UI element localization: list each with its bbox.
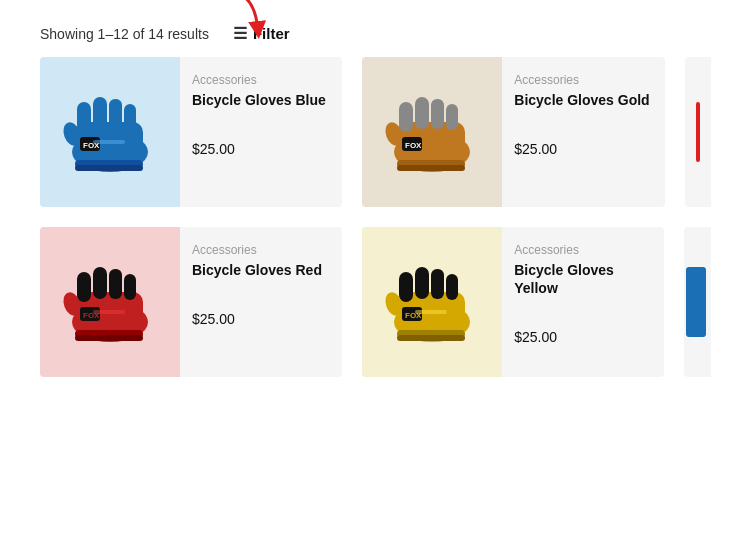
svg-rect-21 bbox=[415, 97, 429, 129]
product-card-gold[interactable]: FOX Accessories Bicycle Gloves Gold $25.… bbox=[362, 57, 664, 207]
svg-rect-4 bbox=[93, 97, 107, 129]
svg-rect-45 bbox=[93, 310, 125, 314]
products-row-2: FOX Accessories Bicycle Gloves Red $25.0… bbox=[0, 227, 751, 397]
price-yellow: $25.00 bbox=[514, 329, 652, 345]
svg-rect-11 bbox=[75, 165, 143, 171]
stars-yellow bbox=[514, 305, 652, 323]
stars-blue bbox=[192, 117, 330, 135]
svg-rect-61 bbox=[397, 335, 465, 341]
price-gold: $25.00 bbox=[514, 141, 652, 157]
product-info-yellow: Accessories Bicycle Gloves Yellow $25.00 bbox=[502, 227, 664, 377]
product-info-red: Accessories Bicycle Gloves Red $25.00 bbox=[180, 227, 342, 377]
stars-gold bbox=[514, 117, 652, 135]
svg-rect-37 bbox=[93, 267, 107, 299]
svg-text:FOX: FOX bbox=[405, 141, 422, 150]
svg-rect-12 bbox=[93, 140, 125, 144]
svg-rect-38 bbox=[109, 269, 122, 299]
product-name-gold[interactable]: Bicycle Gloves Gold bbox=[514, 91, 652, 109]
header-bar: Showing 1–12 of 14 results ☰ Filter bbox=[0, 0, 751, 57]
product-image-blue: FOX bbox=[40, 57, 180, 207]
arrow-annotation bbox=[220, 0, 280, 54]
svg-rect-28 bbox=[397, 165, 465, 171]
svg-rect-44 bbox=[75, 335, 143, 341]
svg-rect-54 bbox=[415, 267, 429, 299]
product-card-red[interactable]: FOX Accessories Bicycle Gloves Red $25.0… bbox=[40, 227, 342, 377]
product-info-gold: Accessories Bicycle Gloves Gold $25.00 bbox=[502, 57, 664, 207]
product-image-yellow: FOX bbox=[362, 227, 502, 377]
partial-card-right-2 bbox=[684, 227, 711, 377]
svg-rect-39 bbox=[124, 274, 136, 300]
product-card-yellow[interactable]: FOX Accessories Bicycle Gloves Yellow $2… bbox=[362, 227, 664, 377]
partial-card-right-1 bbox=[685, 57, 711, 207]
svg-rect-23 bbox=[446, 104, 458, 130]
showing-results-text: Showing 1–12 of 14 results bbox=[40, 26, 209, 42]
price-blue: $25.00 bbox=[192, 141, 330, 157]
product-name-blue[interactable]: Bicycle Gloves Blue bbox=[192, 91, 330, 109]
product-info-blue: Accessories Bicycle Gloves Blue $25.00 bbox=[180, 57, 342, 207]
svg-rect-6 bbox=[124, 104, 136, 130]
svg-rect-22 bbox=[431, 99, 444, 129]
svg-rect-3 bbox=[77, 102, 91, 132]
product-card-blue[interactable]: FOX Accessories Bicycle Gloves Blue $25.… bbox=[40, 57, 342, 207]
category-gold: Accessories bbox=[514, 73, 652, 87]
svg-rect-56 bbox=[446, 274, 458, 300]
product-name-yellow[interactable]: Bicycle Gloves Yellow bbox=[514, 261, 652, 297]
product-image-gold: FOX bbox=[362, 57, 502, 207]
category-red: Accessories bbox=[192, 243, 330, 257]
product-image-red: FOX bbox=[40, 227, 180, 377]
stars-red bbox=[192, 287, 330, 305]
svg-rect-55 bbox=[431, 269, 444, 299]
svg-rect-53 bbox=[399, 272, 413, 302]
svg-rect-5 bbox=[109, 99, 122, 129]
svg-rect-20 bbox=[399, 102, 413, 132]
price-red: $25.00 bbox=[192, 311, 330, 327]
svg-rect-62 bbox=[415, 310, 447, 314]
product-name-red[interactable]: Bicycle Gloves Red bbox=[192, 261, 330, 279]
category-blue: Accessories bbox=[192, 73, 330, 87]
products-row-1: FOX Accessories Bicycle Gloves Blue $25.… bbox=[0, 57, 751, 227]
svg-rect-36 bbox=[77, 272, 91, 302]
category-yellow: Accessories bbox=[514, 243, 652, 257]
